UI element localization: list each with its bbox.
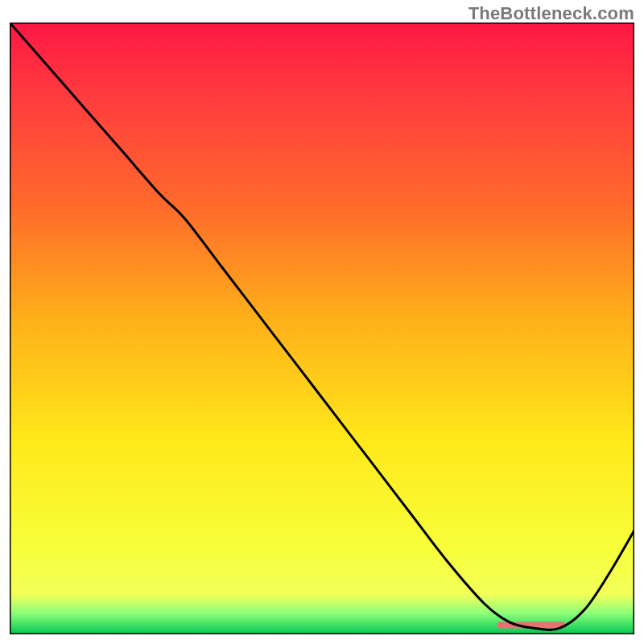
- bottleneck-chart: [10, 23, 634, 634]
- gradient-background: [10, 23, 634, 634]
- chart-frame: TheBottleneck.com: [0, 0, 644, 644]
- watermark-text: TheBottleneck.com: [469, 3, 634, 24]
- plot-area: [10, 23, 634, 634]
